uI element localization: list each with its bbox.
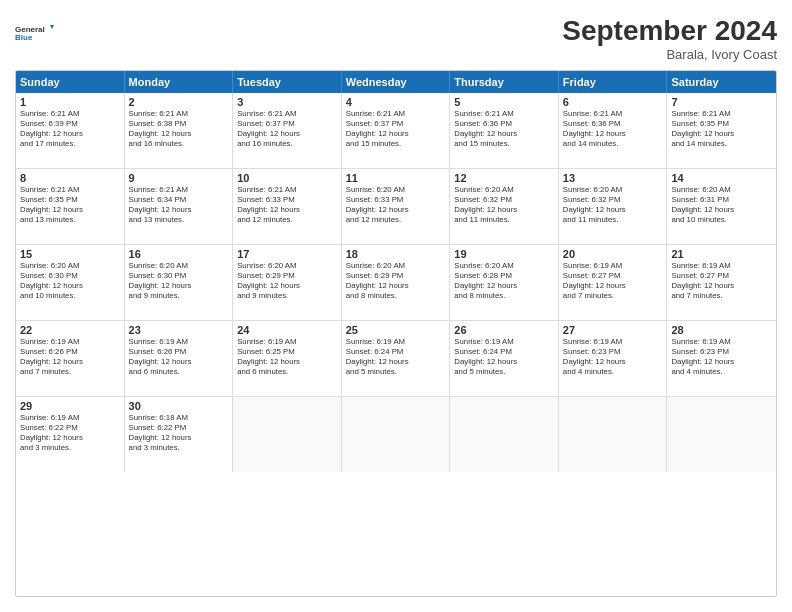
cell-5: 5 Sunrise: 6:21 AM Sunset: 6:36 PM Dayli… — [450, 93, 559, 168]
cell-30: 30 Sunrise: 6:18 AM Sunset: 6:22 PM Dayl… — [125, 397, 234, 472]
cell-empty-2 — [342, 397, 451, 472]
cell-21: 21 Sunrise: 6:19 AM Sunset: 6:27 PM Dayl… — [667, 245, 776, 320]
cell-3: 3 Sunrise: 6:21 AM Sunset: 6:37 PM Dayli… — [233, 93, 342, 168]
cell-23: 23 Sunrise: 6:19 AM Sunset: 6:26 PM Dayl… — [125, 321, 234, 396]
cell-28: 28 Sunrise: 6:19 AM Sunset: 6:23 PM Dayl… — [667, 321, 776, 396]
sunset: Sunset: 6:39 PM — [20, 119, 120, 129]
day-number: 6 — [563, 96, 663, 108]
calendar-header: Sunday Monday Tuesday Wednesday Thursday… — [16, 71, 776, 93]
cell-13: 13 Sunrise: 6:20 AM Sunset: 6:32 PM Dayl… — [559, 169, 668, 244]
title-area: September 2024 Barala, Ivory Coast — [562, 15, 777, 62]
cell-24: 24 Sunrise: 6:19 AM Sunset: 6:25 PM Dayl… — [233, 321, 342, 396]
cell-11: 11 Sunrise: 6:20 AM Sunset: 6:33 PM Dayl… — [342, 169, 451, 244]
cell-14: 14 Sunrise: 6:20 AM Sunset: 6:31 PM Dayl… — [667, 169, 776, 244]
header-monday: Monday — [125, 71, 234, 93]
cell-9: 9 Sunrise: 6:21 AM Sunset: 6:34 PM Dayli… — [125, 169, 234, 244]
cell-20: 20 Sunrise: 6:19 AM Sunset: 6:27 PM Dayl… — [559, 245, 668, 320]
day-number: 5 — [454, 96, 554, 108]
header-saturday: Saturday — [667, 71, 776, 93]
cell-29: 29 Sunrise: 6:19 AM Sunset: 6:22 PM Dayl… — [16, 397, 125, 472]
cell-15: 15 Sunrise: 6:20 AM Sunset: 6:30 PM Dayl… — [16, 245, 125, 320]
cell-8: 8 Sunrise: 6:21 AM Sunset: 6:35 PM Dayli… — [16, 169, 125, 244]
cell-2: 2 Sunrise: 6:21 AM Sunset: 6:38 PM Dayli… — [125, 93, 234, 168]
week-row-1: 1 Sunrise: 6:21 AM Sunset: 6:39 PM Dayli… — [16, 93, 776, 169]
cell-12: 12 Sunrise: 6:20 AM Sunset: 6:32 PM Dayl… — [450, 169, 559, 244]
cell-empty-4 — [559, 397, 668, 472]
header: General Blue September 2024 Barala, Ivor… — [15, 15, 777, 62]
logo: General Blue — [15, 15, 55, 53]
header-sunday: Sunday — [16, 71, 125, 93]
cell-16: 16 Sunrise: 6:20 AM Sunset: 6:30 PM Dayl… — [125, 245, 234, 320]
calendar-body: 1 Sunrise: 6:21 AM Sunset: 6:39 PM Dayli… — [16, 93, 776, 472]
header-tuesday: Tuesday — [233, 71, 342, 93]
cell-10: 10 Sunrise: 6:21 AM Sunset: 6:33 PM Dayl… — [233, 169, 342, 244]
week-row-4: 22 Sunrise: 6:19 AM Sunset: 6:26 PM Dayl… — [16, 321, 776, 397]
cell-1: 1 Sunrise: 6:21 AM Sunset: 6:39 PM Dayli… — [16, 93, 125, 168]
day-number: 1 — [20, 96, 120, 108]
cell-7: 7 Sunrise: 6:21 AM Sunset: 6:35 PM Dayli… — [667, 93, 776, 168]
day-number: 4 — [346, 96, 446, 108]
day-number: 7 — [671, 96, 772, 108]
header-wednesday: Wednesday — [342, 71, 451, 93]
cell-19: 19 Sunrise: 6:20 AM Sunset: 6:28 PM Dayl… — [450, 245, 559, 320]
cell-27: 27 Sunrise: 6:19 AM Sunset: 6:23 PM Dayl… — [559, 321, 668, 396]
week-row-3: 15 Sunrise: 6:20 AM Sunset: 6:30 PM Dayl… — [16, 245, 776, 321]
cell-17: 17 Sunrise: 6:20 AM Sunset: 6:29 PM Dayl… — [233, 245, 342, 320]
header-thursday: Thursday — [450, 71, 559, 93]
month-title: September 2024 — [562, 15, 777, 47]
cell-empty-3 — [450, 397, 559, 472]
week-row-2: 8 Sunrise: 6:21 AM Sunset: 6:35 PM Dayli… — [16, 169, 776, 245]
cell-25: 25 Sunrise: 6:19 AM Sunset: 6:24 PM Dayl… — [342, 321, 451, 396]
daylight: Daylight: 12 hours — [20, 129, 120, 139]
calendar: Sunday Monday Tuesday Wednesday Thursday… — [15, 70, 777, 597]
cell-26: 26 Sunrise: 6:19 AM Sunset: 6:24 PM Dayl… — [450, 321, 559, 396]
logo-svg: General Blue — [15, 15, 55, 53]
sunrise: Sunrise: 6:21 AM — [20, 109, 120, 119]
header-friday: Friday — [559, 71, 668, 93]
day-number: 3 — [237, 96, 337, 108]
cell-4: 4 Sunrise: 6:21 AM Sunset: 6:37 PM Dayli… — [342, 93, 451, 168]
daylight-and: and 17 minutes. — [20, 139, 120, 149]
cell-empty-5 — [667, 397, 776, 472]
page: General Blue September 2024 Barala, Ivor… — [0, 0, 792, 612]
svg-text:Blue: Blue — [15, 33, 33, 42]
cell-18: 18 Sunrise: 6:20 AM Sunset: 6:29 PM Dayl… — [342, 245, 451, 320]
cell-6: 6 Sunrise: 6:21 AM Sunset: 6:36 PM Dayli… — [559, 93, 668, 168]
week-row-5: 29 Sunrise: 6:19 AM Sunset: 6:22 PM Dayl… — [16, 397, 776, 472]
day-number: 2 — [129, 96, 229, 108]
location: Barala, Ivory Coast — [562, 47, 777, 62]
cell-empty-1 — [233, 397, 342, 472]
cell-22: 22 Sunrise: 6:19 AM Sunset: 6:26 PM Dayl… — [16, 321, 125, 396]
svg-marker-2 — [50, 25, 54, 29]
